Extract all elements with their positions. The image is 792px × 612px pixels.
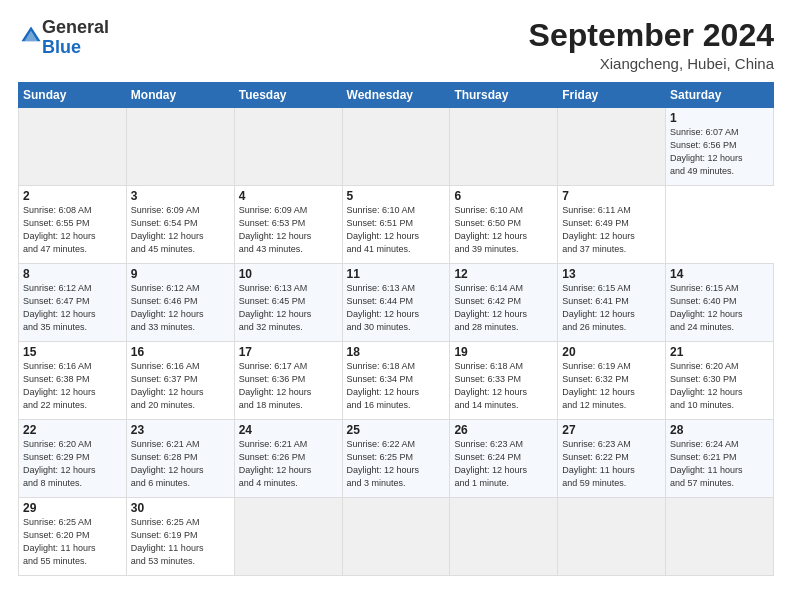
- calendar-day-cell: 22 Sunrise: 6:20 AMSunset: 6:29 PMDaylig…: [19, 420, 127, 498]
- calendar-day-cell: 27 Sunrise: 6:23 AMSunset: 6:22 PMDaylig…: [558, 420, 666, 498]
- day-number: 28: [670, 423, 769, 437]
- day-number: 6: [454, 189, 553, 203]
- day-info: Sunrise: 6:18 AMSunset: 6:34 PMDaylight:…: [347, 361, 420, 410]
- calendar-day-cell: [450, 108, 558, 186]
- day-number: 27: [562, 423, 661, 437]
- calendar-day-cell: 16 Sunrise: 6:16 AMSunset: 6:37 PMDaylig…: [126, 342, 234, 420]
- day-info: Sunrise: 6:22 AMSunset: 6:25 PMDaylight:…: [347, 439, 420, 488]
- calendar-day-cell: 21 Sunrise: 6:20 AMSunset: 6:30 PMDaylig…: [666, 342, 774, 420]
- day-number: 5: [347, 189, 446, 203]
- calendar-day-cell: [558, 108, 666, 186]
- day-number: 10: [239, 267, 338, 281]
- calendar-day-cell: [342, 108, 450, 186]
- calendar-week-row: 8 Sunrise: 6:12 AMSunset: 6:47 PMDayligh…: [19, 264, 774, 342]
- calendar-day-cell: 29 Sunrise: 6:25 AMSunset: 6:20 PMDaylig…: [19, 498, 127, 576]
- day-of-week-header: Saturday: [666, 83, 774, 108]
- day-number: 1: [670, 111, 769, 125]
- day-of-week-header: Monday: [126, 83, 234, 108]
- day-info: Sunrise: 6:13 AMSunset: 6:44 PMDaylight:…: [347, 283, 420, 332]
- month-title: September 2024: [529, 18, 774, 53]
- day-number: 15: [23, 345, 122, 359]
- day-of-week-header: Friday: [558, 83, 666, 108]
- day-number: 21: [670, 345, 769, 359]
- calendar-week-row: 29 Sunrise: 6:25 AMSunset: 6:20 PMDaylig…: [19, 498, 774, 576]
- day-number: 8: [23, 267, 122, 281]
- calendar-day-cell: [558, 498, 666, 576]
- day-info: Sunrise: 6:17 AMSunset: 6:36 PMDaylight:…: [239, 361, 312, 410]
- calendar-day-cell: 5 Sunrise: 6:10 AMSunset: 6:51 PMDayligh…: [342, 186, 450, 264]
- calendar-week-row: 2 Sunrise: 6:08 AMSunset: 6:55 PMDayligh…: [19, 186, 774, 264]
- day-info: Sunrise: 6:18 AMSunset: 6:33 PMDaylight:…: [454, 361, 527, 410]
- day-number: 29: [23, 501, 122, 515]
- logo-text: General Blue: [42, 18, 109, 58]
- logo: General Blue: [18, 18, 109, 58]
- calendar-day-cell: 8 Sunrise: 6:12 AMSunset: 6:47 PMDayligh…: [19, 264, 127, 342]
- calendar-day-cell: [450, 498, 558, 576]
- day-info: Sunrise: 6:16 AMSunset: 6:38 PMDaylight:…: [23, 361, 96, 410]
- calendar-day-cell: 12 Sunrise: 6:14 AMSunset: 6:42 PMDaylig…: [450, 264, 558, 342]
- calendar-day-cell: 19 Sunrise: 6:18 AMSunset: 6:33 PMDaylig…: [450, 342, 558, 420]
- calendar-day-cell: 1 Sunrise: 6:07 AMSunset: 6:56 PMDayligh…: [666, 108, 774, 186]
- calendar-week-row: 15 Sunrise: 6:16 AMSunset: 6:38 PMDaylig…: [19, 342, 774, 420]
- calendar-day-cell: 24 Sunrise: 6:21 AMSunset: 6:26 PMDaylig…: [234, 420, 342, 498]
- calendar-day-cell: 2 Sunrise: 6:08 AMSunset: 6:55 PMDayligh…: [19, 186, 127, 264]
- day-number: 12: [454, 267, 553, 281]
- day-number: 11: [347, 267, 446, 281]
- day-number: 4: [239, 189, 338, 203]
- title-block: September 2024 Xiangcheng, Hubei, China: [529, 18, 774, 72]
- calendar-day-cell: [342, 498, 450, 576]
- day-number: 22: [23, 423, 122, 437]
- day-info: Sunrise: 6:10 AMSunset: 6:50 PMDaylight:…: [454, 205, 527, 254]
- calendar-day-cell: 3 Sunrise: 6:09 AMSunset: 6:54 PMDayligh…: [126, 186, 234, 264]
- day-number: 30: [131, 501, 230, 515]
- day-info: Sunrise: 6:12 AMSunset: 6:47 PMDaylight:…: [23, 283, 96, 332]
- logo-blue: Blue: [42, 37, 81, 57]
- calendar-day-cell: 28 Sunrise: 6:24 AMSunset: 6:21 PMDaylig…: [666, 420, 774, 498]
- calendar-day-cell: 23 Sunrise: 6:21 AMSunset: 6:28 PMDaylig…: [126, 420, 234, 498]
- calendar-day-cell: 25 Sunrise: 6:22 AMSunset: 6:25 PMDaylig…: [342, 420, 450, 498]
- calendar-week-row: 22 Sunrise: 6:20 AMSunset: 6:29 PMDaylig…: [19, 420, 774, 498]
- day-number: 25: [347, 423, 446, 437]
- logo-general: General: [42, 17, 109, 37]
- day-info: Sunrise: 6:10 AMSunset: 6:51 PMDaylight:…: [347, 205, 420, 254]
- calendar-day-cell: [234, 498, 342, 576]
- calendar-day-cell: 20 Sunrise: 6:19 AMSunset: 6:32 PMDaylig…: [558, 342, 666, 420]
- calendar-day-cell: 15 Sunrise: 6:16 AMSunset: 6:38 PMDaylig…: [19, 342, 127, 420]
- day-of-week-header: Wednesday: [342, 83, 450, 108]
- day-number: 14: [670, 267, 769, 281]
- day-info: Sunrise: 6:25 AMSunset: 6:20 PMDaylight:…: [23, 517, 96, 566]
- calendar-day-cell: 18 Sunrise: 6:18 AMSunset: 6:34 PMDaylig…: [342, 342, 450, 420]
- day-of-week-header: Tuesday: [234, 83, 342, 108]
- day-info: Sunrise: 6:25 AMSunset: 6:19 PMDaylight:…: [131, 517, 204, 566]
- location: Xiangcheng, Hubei, China: [529, 55, 774, 72]
- day-info: Sunrise: 6:15 AMSunset: 6:40 PMDaylight:…: [670, 283, 743, 332]
- day-number: 20: [562, 345, 661, 359]
- day-info: Sunrise: 6:09 AMSunset: 6:53 PMDaylight:…: [239, 205, 312, 254]
- day-info: Sunrise: 6:12 AMSunset: 6:46 PMDaylight:…: [131, 283, 204, 332]
- day-info: Sunrise: 6:13 AMSunset: 6:45 PMDaylight:…: [239, 283, 312, 332]
- page: General Blue September 2024 Xiangcheng, …: [0, 0, 792, 612]
- day-info: Sunrise: 6:09 AMSunset: 6:54 PMDaylight:…: [131, 205, 204, 254]
- calendar-day-cell: 4 Sunrise: 6:09 AMSunset: 6:53 PMDayligh…: [234, 186, 342, 264]
- calendar-day-cell: 26 Sunrise: 6:23 AMSunset: 6:24 PMDaylig…: [450, 420, 558, 498]
- day-info: Sunrise: 6:20 AMSunset: 6:30 PMDaylight:…: [670, 361, 743, 410]
- day-info: Sunrise: 6:19 AMSunset: 6:32 PMDaylight:…: [562, 361, 635, 410]
- calendar-header-row: SundayMondayTuesdayWednesdayThursdayFrid…: [19, 83, 774, 108]
- day-info: Sunrise: 6:11 AMSunset: 6:49 PMDaylight:…: [562, 205, 635, 254]
- calendar-day-cell: 13 Sunrise: 6:15 AMSunset: 6:41 PMDaylig…: [558, 264, 666, 342]
- header: General Blue September 2024 Xiangcheng, …: [18, 18, 774, 72]
- calendar-day-cell: 9 Sunrise: 6:12 AMSunset: 6:46 PMDayligh…: [126, 264, 234, 342]
- day-number: 2: [23, 189, 122, 203]
- day-info: Sunrise: 6:20 AMSunset: 6:29 PMDaylight:…: [23, 439, 96, 488]
- day-info: Sunrise: 6:23 AMSunset: 6:22 PMDaylight:…: [562, 439, 635, 488]
- calendar-day-cell: 14 Sunrise: 6:15 AMSunset: 6:40 PMDaylig…: [666, 264, 774, 342]
- day-number: 3: [131, 189, 230, 203]
- logo-icon: [20, 25, 42, 47]
- calendar-day-cell: 10 Sunrise: 6:13 AMSunset: 6:45 PMDaylig…: [234, 264, 342, 342]
- calendar-day-cell: [126, 108, 234, 186]
- calendar-week-row: 1 Sunrise: 6:07 AMSunset: 6:56 PMDayligh…: [19, 108, 774, 186]
- day-info: Sunrise: 6:14 AMSunset: 6:42 PMDaylight:…: [454, 283, 527, 332]
- calendar-day-cell: [666, 498, 774, 576]
- day-info: Sunrise: 6:21 AMSunset: 6:28 PMDaylight:…: [131, 439, 204, 488]
- day-number: 16: [131, 345, 230, 359]
